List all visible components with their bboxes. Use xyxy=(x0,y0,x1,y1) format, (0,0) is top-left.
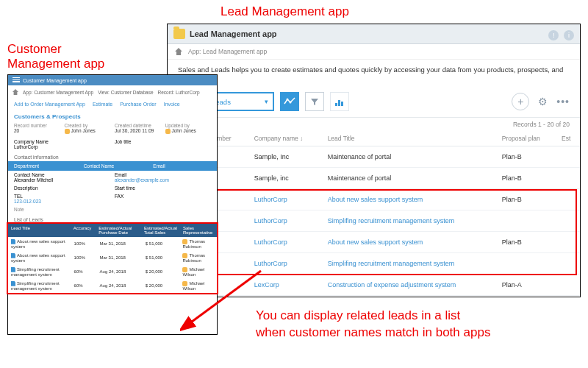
table-row[interactable]: 11Sample, IncMaintenance of portalPlan-B xyxy=(168,146,580,168)
record-count: Records 1 - 20 of 20 xyxy=(168,118,580,128)
label-start: Start time xyxy=(115,185,135,191)
svg-point-1 xyxy=(289,102,291,104)
label-description: Description xyxy=(14,185,38,191)
cm-titlebar: Customer Management app xyxy=(8,75,217,85)
label-tel: TEL xyxy=(14,194,23,199)
value-email[interactable]: alexander@example.com xyxy=(115,177,169,183)
col-department: Department xyxy=(8,161,78,171)
gear-icon[interactable]: ⚙ xyxy=(535,96,551,107)
action-estimate[interactable]: Estimate xyxy=(93,102,112,107)
customer-management-window: Customer Management app App: Customer Ma… xyxy=(7,74,218,335)
filter-button[interactable] xyxy=(305,92,324,111)
label-jobtitle: Job title xyxy=(115,139,131,144)
cm-breadcrumbs: App: Customer Management App View: Custo… xyxy=(8,85,217,99)
avatar-icon xyxy=(65,129,70,134)
label-record-number: Record number xyxy=(14,123,60,128)
speaker-icon[interactable]: ! xyxy=(548,30,559,40)
more-icon[interactable]: ••• xyxy=(556,96,570,107)
lm-col-header[interactable]: Company name ↓ xyxy=(250,131,323,146)
lead-management-window: Lead Management app ! i App: Lead Manage… xyxy=(167,24,581,297)
label-created-by: Created by xyxy=(65,123,111,128)
breadcrumb[interactable]: App: Customer Management App xyxy=(23,90,93,95)
label-created-dt: Created datetime xyxy=(115,123,161,128)
chart-button[interactable] xyxy=(330,92,349,111)
lm-col-header[interactable]: Est xyxy=(557,131,580,146)
label-contact-name: Contact Name xyxy=(14,172,45,177)
col-email: Email xyxy=(147,161,217,171)
annotation-main: You can display related leads in a listw… xyxy=(256,308,490,342)
section-customers-prospects: Customers & Prospects xyxy=(8,110,217,121)
menu-icon[interactable] xyxy=(12,77,20,83)
lm-description: Sales and Leads helps you to create esti… xyxy=(168,60,580,88)
chevron-down-icon: ▾ xyxy=(260,98,273,105)
breadcrumb[interactable]: App: Lead Management app xyxy=(188,48,267,55)
highlight-matched-rows xyxy=(171,189,577,275)
label-note: Note xyxy=(14,207,211,212)
info-icon[interactable]: i xyxy=(564,30,574,40)
label-updated-by: Updated by xyxy=(165,123,212,128)
home-icon[interactable] xyxy=(175,48,182,55)
table-row[interactable]: 18LexCorpConstruction of expense adjustm… xyxy=(168,275,580,296)
add-record-button[interactable]: + xyxy=(512,93,529,110)
contact-info-heading: Contact information xyxy=(8,151,217,161)
lm-col-header[interactable]: Lead Title xyxy=(323,131,498,146)
label-email: Email xyxy=(115,172,126,177)
col-contact-name: Contact Name xyxy=(78,161,148,171)
lm-breadcrumbs: App: Lead Management app xyxy=(168,44,580,60)
value-company: LuthorCorp xyxy=(14,144,38,149)
breadcrumb[interactable]: Record: LuthorCorp xyxy=(158,90,200,95)
lm-toolbar: All leads ▾ + ⚙ ••• xyxy=(168,88,580,118)
action-add-order[interactable]: Add to Order Management App xyxy=(14,102,85,107)
table-row[interactable]: 1Sample, incMaintenance of portalPlan-B xyxy=(168,168,580,189)
value-created-dt: Jul 30, 2020 11:09 xyxy=(115,128,161,136)
label-company: Company Name xyxy=(14,139,49,144)
graph-view-button[interactable] xyxy=(280,92,299,111)
value-created-by: John Jones xyxy=(65,128,111,136)
action-po[interactable]: Purchase Order xyxy=(120,102,156,107)
contact-info-header: Department Contact Name Email xyxy=(8,161,217,171)
highlight-related-leads xyxy=(7,222,218,294)
action-invoice[interactable]: Invoice xyxy=(164,102,180,107)
avatar-icon xyxy=(165,129,171,134)
home-icon[interactable] xyxy=(12,89,18,95)
lm-col-header[interactable]: Proposal plan xyxy=(498,131,557,146)
label-fax: FAX xyxy=(115,194,123,199)
value-tel[interactable]: 123-012-023 xyxy=(14,199,41,204)
folder-icon xyxy=(173,29,185,39)
value-contact-name: Alexander Mitchell xyxy=(14,177,53,183)
lm-titlebar: Lead Management app ! i xyxy=(168,24,580,44)
value-updated-by: John Jones xyxy=(165,128,212,136)
svg-point-0 xyxy=(286,99,288,101)
lm-title: Lead Management app xyxy=(190,29,277,38)
cm-actions: Add to Order Management App Estimate Pur… xyxy=(8,99,217,110)
annotation-cust-app: CustomerManagement app xyxy=(7,42,104,72)
annotation-lead-app: Lead Management app xyxy=(220,4,349,19)
cm-title: Customer Management app xyxy=(23,78,87,83)
value-record-number: 20 xyxy=(14,128,60,136)
breadcrumb[interactable]: View: Customer Database xyxy=(98,90,153,95)
